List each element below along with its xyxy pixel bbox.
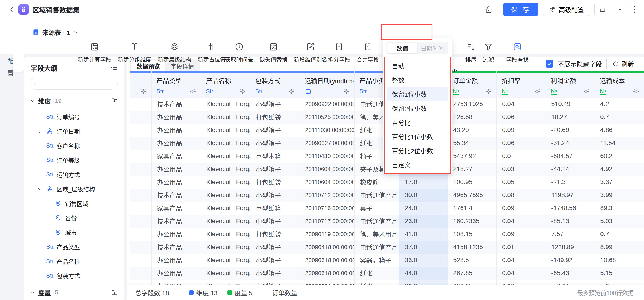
toolbar-button-filter[interactable]: 过滤 (480, 42, 497, 63)
column-header-产品名称[interactable]: 产品名称Str. (201, 71, 250, 98)
column-header-利润金额[interactable]: 利润金额№ (546, 71, 595, 98)
hier-icon (46, 186, 53, 192)
format-option-保留2位小数[interactable]: 保留2位小数 (387, 101, 448, 115)
column-settings-gear-icon[interactable] (633, 88, 640, 95)
chevron-right-icon[interactable] (37, 128, 46, 134)
toolbar-button-get-time-diff[interactable]: 获取时间差 (222, 42, 256, 63)
table-cell (130, 254, 152, 267)
column-settings-gear-icon[interactable] (534, 88, 541, 95)
back-button[interactable] (8, 5, 16, 14)
field-item-包装方式[interactable]: Str.包装方式 (24, 269, 124, 283)
field-item-客户名称[interactable]: Str.客户名称 (24, 138, 124, 153)
chevron-down-icon (73, 29, 78, 35)
field-item-省份[interactable]: 省份 (24, 211, 124, 225)
table-cell: 60.2 (595, 150, 644, 162)
field-item-订单等级[interactable]: Str.订单等级 (24, 153, 124, 167)
field-label: 订单等级 (56, 156, 80, 164)
table-cell: 18.27 (546, 111, 595, 124)
chart-dropdown-chevron-icon[interactable] (612, 3, 627, 16)
field-item-订单编号[interactable]: Str.订单编号 (24, 109, 124, 124)
column-settings-gear-icon[interactable] (239, 88, 246, 95)
format-tab-日期时间[interactable]: 日期时间 (418, 43, 448, 53)
format-option-百分比2位小数[interactable]: 百分比2位小数 (387, 144, 448, 158)
column-settings-gear-icon[interactable] (140, 88, 147, 95)
hide-hidden-fields-checkbox[interactable] (546, 60, 553, 68)
measures-section-header[interactable]: 度量 ·5 (24, 285, 124, 300)
more-menu-button[interactable] (632, 4, 636, 14)
table-cell: -149.92 (546, 254, 595, 267)
column-settings-gear-icon[interactable] (485, 88, 492, 95)
field-type-str-icon: Str. (46, 258, 56, 265)
lock-icon[interactable] (484, 5, 493, 14)
table-row: 办公用品Kleencut_ Forg...小型箱子20090618 00:00:… (130, 267, 644, 280)
brackets-icon (130, 42, 139, 52)
bar-chart-icon[interactable] (594, 3, 610, 16)
field-item-销售区域[interactable]: 销售区域 (24, 196, 124, 211)
dimensions-section-header[interactable]: 维度 ·19 (24, 92, 124, 108)
table-cell: 30.0 (399, 189, 448, 202)
dimension-legend-swatch (189, 290, 194, 295)
field-item-运输日期[interactable]: 运输日期 (24, 283, 124, 285)
toolbar-button-merge-field[interactable]: 合并字段 (354, 42, 382, 63)
field-type-str-icon: Str. (46, 142, 56, 149)
column-settings-gear-icon[interactable] (305, 88, 312, 95)
chart-button-group[interactable] (594, 3, 628, 16)
column-settings-gear-icon[interactable] (288, 88, 295, 95)
advanced-config-button[interactable]: 高级配置 (543, 3, 590, 16)
toolbar-button-new-calc-field[interactable]: 新建计算字段 (74, 42, 114, 63)
table-cell: 4158.1235 (448, 241, 497, 254)
column-settings-gear-icon[interactable] (583, 88, 590, 95)
table-cell: 20110525 00:00:00 (300, 111, 354, 124)
column-header-运输成本[interactable]: 运输成本№ (595, 71, 644, 98)
chevron-down-icon[interactable] (37, 186, 46, 192)
field-search-text[interactable] (38, 80, 114, 87)
field-item-城市[interactable]: 城市 (24, 225, 124, 240)
measure-count: 度量 5 (228, 288, 252, 297)
column-header-运输日期(ymdhms)[interactable]: 运输日期(ymdhms) (300, 71, 354, 98)
refresh-button[interactable]: 刷新 (606, 58, 640, 70)
column-header-包装方式[interactable]: 包装方式Str. (250, 71, 300, 98)
column-header-index[interactable] (130, 71, 152, 98)
column-header-产品类型[interactable]: 产品类型Str. (152, 71, 201, 98)
toolbar-button-new-hierarchy[interactable]: 新建层级结构 (154, 42, 194, 63)
table-cell: Kleencut_ Forg... (201, 228, 250, 241)
top-bar: 区域销售数据集 保 存 高级配置 (0, 0, 644, 19)
table-cell: 办公用品 (152, 175, 201, 189)
format-option-保留1位小数[interactable]: 保留1位小数 (387, 87, 448, 101)
table-cell: 0.09 (497, 228, 546, 241)
table-cell (130, 137, 152, 150)
field-item-区域_层级结构[interactable]: 区域_层级结构 (24, 182, 124, 196)
toolbar-button-sort[interactable]: 排序 (462, 42, 480, 63)
format-option-整数[interactable]: 整数 (387, 73, 448, 87)
collapse-panel-icon[interactable] (110, 64, 118, 72)
table-cell: Kleencut_ Forg... (201, 189, 250, 202)
source-table-selector[interactable]: 来源表 · 1 (32, 28, 78, 37)
column-header-订单金额[interactable]: 订单金额№ (448, 71, 497, 98)
source-table-icon (32, 28, 40, 36)
column-type-strip (300, 71, 354, 73)
field-search-input[interactable] (30, 78, 118, 90)
search-icon (34, 80, 36, 87)
format-option-百分比[interactable]: 百分比 (387, 115, 448, 129)
add-folder-icon[interactable] (111, 97, 118, 105)
toolbar-button-new-group-dimension[interactable]: 新建分组维度 (114, 42, 154, 63)
field-item-产品名称[interactable]: Str.产品名称 (24, 254, 124, 269)
toolbar-button-field-search[interactable]: 字段查找 (503, 42, 532, 63)
toolbar-label-field-search: 字段查找 (506, 55, 528, 63)
add-folder-icon[interactable] (111, 289, 118, 296)
toolbar-button-missing-value-replace[interactable]: 缺失值替换 (256, 42, 290, 63)
toolbar-button-split-field[interactable]: 拆分字段 (325, 42, 354, 63)
save-button[interactable]: 保 存 (503, 3, 538, 16)
format-tab-数值[interactable]: 数值 (387, 43, 418, 53)
format-option-百分比1位小数[interactable]: 百分比1位小数 (387, 129, 448, 144)
field-item-产品类型[interactable]: Str.产品类型 (24, 240, 124, 254)
table-cell: 30.0 (399, 280, 448, 285)
field-item-订单日期[interactable]: 订单日期 (24, 124, 124, 139)
format-option-自动[interactable]: 自动 (387, 59, 448, 73)
pin-icon (55, 229, 62, 236)
column-settings-gear-icon[interactable] (190, 88, 196, 95)
format-option-自定义[interactable]: 自定义 (387, 158, 448, 172)
column-header-折扣率[interactable]: 折扣率№ (497, 71, 546, 98)
field-item-运输方式[interactable]: Str.运输方式 (24, 167, 124, 182)
table-cell: 20090921 00:00:00 (300, 280, 354, 285)
